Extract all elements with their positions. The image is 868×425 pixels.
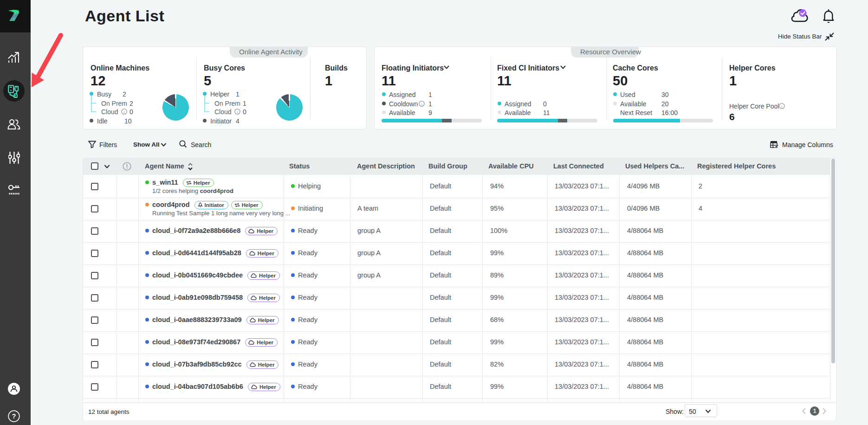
svg-text:?: ? [12,412,16,420]
svg-text:i: i [237,110,238,114]
svg-text:i: i [782,104,783,109]
svg-text:i: i [421,102,422,106]
svg-text:i: i [124,110,125,114]
